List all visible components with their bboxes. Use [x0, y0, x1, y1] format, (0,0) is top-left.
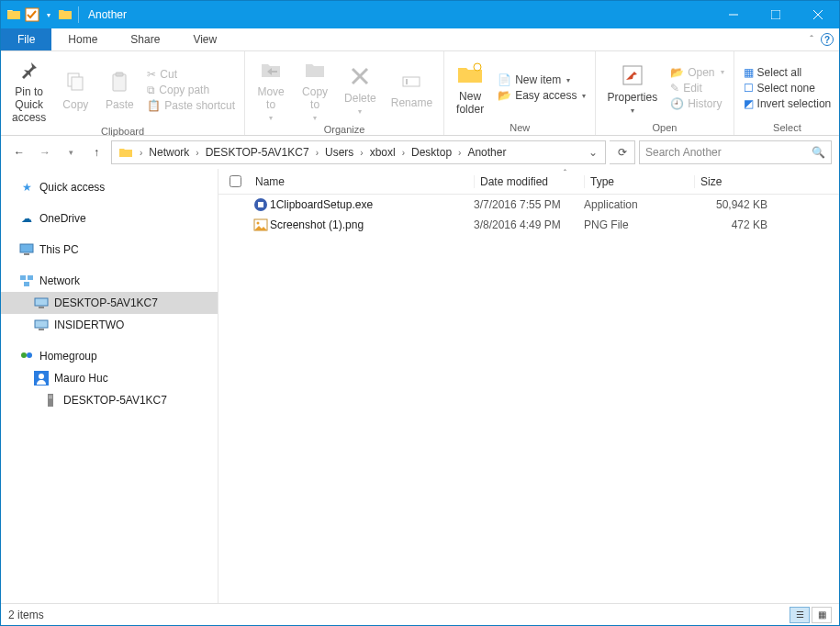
chevron-right-icon[interactable]: ›	[456, 148, 463, 158]
file-list: 1ClipboardSetup.exe 3/7/2016 7:55 PM App…	[218, 195, 839, 603]
copy-path-icon: ⧉	[147, 84, 155, 96]
homegroup-icon	[19, 349, 34, 363]
computer-icon	[34, 296, 49, 310]
svg-point-34	[257, 222, 260, 225]
search-input[interactable]: Search Another 🔍	[639, 140, 832, 164]
breadcrumb-dropdown-icon[interactable]: ⌄	[583, 146, 603, 159]
nav-onedrive[interactable]: ☁OneDrive	[1, 207, 218, 229]
minimize-ribbon-icon[interactable]: ˆ	[810, 34, 813, 45]
ribbon-group-select: ▦Select all ☐Select none ◩Invert selecti…	[734, 51, 840, 135]
exe-icon	[252, 197, 270, 212]
svg-rect-7	[113, 74, 126, 91]
nav-homegroup-pc[interactable]: DESKTOP-5AV1KC7	[1, 389, 218, 411]
breadcrumb-item[interactable]: DESKTOP-5AV1KC7	[201, 141, 314, 163]
svg-rect-22	[35, 320, 48, 328]
svg-rect-30	[49, 397, 52, 398]
star-icon: ★	[19, 180, 34, 195]
forward-button: →	[34, 141, 56, 163]
history-button: 🕘History	[666, 96, 727, 111]
nav-homegroup-user[interactable]: Mauro Huc	[1, 367, 218, 389]
select-none-button[interactable]: ☐Select none	[740, 81, 835, 95]
svg-rect-23	[39, 329, 44, 330]
column-date[interactable]: Date modified	[474, 175, 584, 188]
checkbox-icon[interactable]	[25, 7, 39, 22]
nav-network-pc1[interactable]: DESKTOP-5AV1KC7	[1, 292, 218, 314]
chevron-right-icon[interactable]: ›	[194, 148, 200, 158]
tab-share[interactable]: Share	[114, 28, 176, 50]
back-button[interactable]: ←	[8, 141, 30, 163]
close-button[interactable]	[797, 1, 839, 28]
new-folder-icon	[455, 60, 485, 89]
column-type[interactable]: Type	[584, 175, 694, 188]
group-label-organize: Organize	[251, 124, 438, 137]
help-icon[interactable]: ?	[821, 33, 834, 46]
minimize-button[interactable]	[712, 1, 755, 28]
details-view-button[interactable]: ☰	[790, 607, 810, 623]
breadcrumb-item[interactable]: xboxl	[365, 141, 400, 163]
column-size[interactable]: Size	[694, 175, 777, 188]
new-folder-button[interactable]: New folder	[450, 58, 490, 118]
breadcrumb-item[interactable]: Network	[144, 141, 194, 163]
chevron-right-icon[interactable]: ›	[314, 148, 320, 158]
recent-locations-button[interactable]: ▾	[60, 141, 82, 163]
chevron-right-icon[interactable]: ›	[358, 148, 364, 158]
copy-button: Copy	[55, 66, 95, 114]
easy-access-icon: 📂	[498, 89, 511, 102]
chevron-right-icon[interactable]: ›	[400, 148, 407, 158]
breadcrumb-item[interactable]: Desktop	[407, 141, 456, 163]
paste-icon	[105, 68, 134, 97]
paste-button: Paste	[99, 66, 140, 114]
move-to-icon	[256, 55, 286, 84]
titlebar: ▾ Another	[1, 1, 839, 28]
tab-home[interactable]: Home	[51, 28, 114, 50]
svg-rect-11	[403, 77, 420, 86]
svg-rect-21	[39, 307, 44, 308]
image-icon	[252, 218, 270, 232]
group-label-new: New	[450, 122, 589, 135]
icons-view-button[interactable]: ▦	[812, 607, 832, 623]
maximize-button[interactable]	[755, 1, 797, 28]
select-all-button[interactable]: ▦Select all	[740, 65, 835, 80]
select-all-checkbox[interactable]	[230, 175, 241, 187]
app-folder-icon	[58, 7, 73, 22]
svg-rect-19	[24, 282, 29, 286]
breadcrumb[interactable]: › Network › DESKTOP-5AV1KC7 › Users › xb…	[111, 140, 606, 164]
breadcrumb-item[interactable]: Another	[463, 141, 510, 163]
svg-rect-29	[49, 396, 52, 397]
nav-homegroup[interactable]: Homegroup	[1, 345, 218, 367]
easy-access-button[interactable]: 📂Easy access▾	[494, 88, 589, 103]
nav-network[interactable]: Network	[1, 270, 218, 292]
tab-view[interactable]: View	[176, 28, 233, 50]
search-icon: 🔍	[812, 146, 825, 159]
svg-rect-15	[20, 244, 33, 252]
svg-rect-20	[35, 298, 48, 306]
history-icon: 🕘	[670, 97, 684, 110]
nav-quick-access[interactable]: ★Quick access	[1, 176, 218, 198]
pin-to-quick-access-button[interactable]: Pin to Quick access	[6, 53, 51, 126]
open-icon: 📂	[670, 66, 684, 79]
breadcrumb-root-icon[interactable]	[114, 141, 138, 163]
select-all-icon: ▦	[744, 66, 754, 79]
file-row[interactable]: 1ClipboardSetup.exe 3/7/2016 7:55 PM App…	[218, 195, 839, 215]
up-button[interactable]: ↑	[85, 141, 107, 163]
refresh-button[interactable]: ⟳	[610, 140, 635, 164]
invert-selection-button[interactable]: ◩Invert selection	[740, 96, 835, 111]
qat-dropdown-icon[interactable]: ▾	[43, 11, 54, 19]
chevron-right-icon[interactable]: ›	[138, 148, 144, 158]
breadcrumb-item[interactable]: Users	[320, 141, 358, 163]
edit-icon: ✎	[670, 82, 679, 95]
column-name[interactable]: Name	[252, 175, 474, 188]
invert-selection-icon: ◩	[744, 97, 754, 110]
new-item-button[interactable]: 📄New item▾	[494, 73, 589, 87]
file-row[interactable]: Screenshot (1).png 3/8/2016 4:49 PM PNG …	[218, 215, 839, 235]
content-pane: Name ˆ Date modified Type Size 1Clipboar…	[218, 169, 839, 603]
svg-rect-8	[116, 73, 123, 76]
svg-rect-18	[28, 275, 33, 280]
ribbon-group-organize: Move to▾ Copy to▾ Delete▾ Rename Organiz…	[245, 51, 444, 135]
properties-button[interactable]: Properties▾	[601, 59, 663, 117]
nav-this-pc[interactable]: This PC	[1, 239, 218, 261]
tab-file[interactable]: File	[1, 28, 51, 50]
nav-network-pc2[interactable]: INSIDERTWO	[1, 314, 218, 336]
statusbar: 2 items ☰ ▦	[1, 603, 839, 625]
cut-button: ✂Cut	[143, 67, 239, 82]
